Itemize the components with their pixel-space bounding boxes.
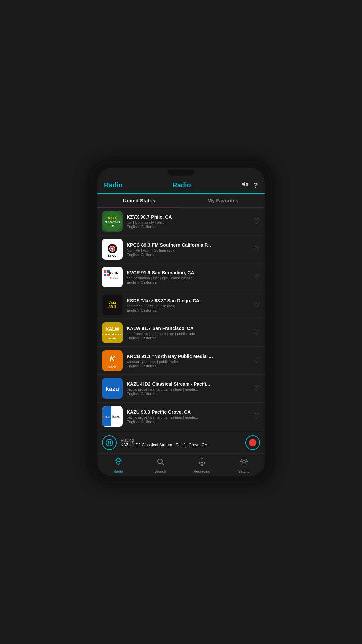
station-lang: English, California (127, 336, 251, 340)
station-list: KZYX 88.1·90.7·91.5 FM KZYX 90.7 Philo, … (97, 208, 265, 432)
list-item[interactable]: K KRCB KRCB 91.1 "North Bay Public Media… (97, 347, 265, 375)
svg-point-33 (106, 439, 113, 446)
station-name: KSDS "Jazz 88.3" San Diego, CA (127, 298, 251, 303)
station-lang: English, California (127, 420, 251, 424)
station-logo: K KRCB (102, 350, 123, 371)
tab-my-favorites[interactable]: My Favorites (181, 194, 265, 207)
list-item[interactable]: KVCR NPR 91.9 KVCR 91.9 San Bernadino, C… (97, 263, 265, 291)
favorite-button[interactable]: ♡ (253, 301, 260, 309)
page-title: Radio (172, 181, 191, 189)
svg-rect-34 (108, 441, 109, 444)
svg-text:KZYX: KZYX (108, 216, 117, 220)
station-logo: Jazz 88.3 (102, 294, 123, 315)
svg-text:KVCR: KVCR (109, 271, 119, 275)
favorite-button[interactable]: ♡ (253, 328, 260, 337)
list-item[interactable]: KZYX 88.1·90.7·91.5 FM KZYX 90.7 Philo, … (97, 208, 265, 235)
station-lang: English, California (127, 280, 251, 284)
svg-rect-35 (110, 441, 111, 444)
nav-setting[interactable]: Setting (223, 454, 265, 476)
favorite-button[interactable]: ♡ (253, 412, 260, 421)
favorite-button[interactable]: ♡ (253, 356, 260, 365)
help-icon[interactable]: ? (254, 181, 258, 190)
svg-text:88.3: 88.3 (108, 305, 116, 309)
nav-search[interactable]: Search (139, 454, 181, 476)
nav-radio[interactable]: Radio (97, 454, 139, 476)
tab-united-states[interactable]: United States (97, 194, 181, 207)
svg-text:K: K (110, 355, 116, 363)
svg-line-39 (162, 463, 164, 465)
status-bar (97, 168, 265, 178)
search-icon (156, 457, 165, 468)
svg-text:KRCB: KRCB (108, 366, 116, 369)
favorite-button[interactable]: ♡ (253, 384, 260, 393)
app-logo: Radio (104, 181, 123, 189)
station-lang: English, California (127, 364, 251, 368)
station-logo: kazu (102, 378, 123, 399)
svg-rect-13 (104, 274, 106, 276)
svg-text:kazu: kazu (106, 386, 119, 392)
record-dot (249, 439, 256, 446)
station-info: KVCR 91.9 San Bernadino, CA san bernadin… (127, 270, 251, 284)
favorite-button[interactable]: ♡ (253, 273, 260, 281)
settings-icon (240, 457, 248, 468)
station-lang: English, California (127, 253, 251, 257)
station-logo: KPCC (102, 239, 123, 260)
station-logo: KALW LOCAL PUBLIC RADIO 91.7FM (102, 322, 123, 343)
svg-point-8 (111, 248, 113, 250)
station-tags: Npr | Pri | Apm | College radio (127, 248, 251, 252)
favorite-button[interactable]: ♡ (253, 245, 260, 254)
svg-text:88.1·90.7·91.5: 88.1·90.7·91.5 (105, 221, 120, 223)
svg-text:90.3: 90.3 (104, 415, 110, 419)
station-name: KRCB 91.1 "North Bay Public Media"... (127, 354, 251, 359)
svg-text:KALW: KALW (105, 326, 119, 332)
station-info: KRCB 91.1 "North Bay Public Media"... wi… (127, 354, 251, 368)
nav-radio-label: Radio (113, 469, 123, 473)
station-logo: KVCR NPR 91.9 (102, 267, 123, 287)
app-header: Radio Radio ? (97, 178, 265, 190)
station-logo: 90.3 kazu (102, 406, 123, 427)
svg-text:KPCC: KPCC (108, 254, 117, 257)
svg-point-43 (243, 460, 245, 463)
svg-text:LOCAL PUBLIC RADIO: LOCAL PUBLIC RADIO (102, 333, 122, 336)
nav-setting-label: Setting (238, 469, 249, 473)
station-info: KALW 91.7 San Francisco, CA san francisc… (127, 326, 251, 340)
list-item[interactable]: Jazz 88.3 KSDS "Jazz 88.3" San Diego, CA… (97, 291, 265, 319)
station-name: KZYX 90.7 Philo, CA (127, 214, 251, 220)
station-info: KZYX 90.7 Philo, CA npr | Community | ph… (127, 214, 251, 229)
nav-recording-label: Recording (193, 469, 210, 473)
station-name: KVCR 91.9 San Bernadino, CA (127, 270, 251, 275)
svg-text:91.7FM: 91.7FM (108, 337, 116, 340)
list-item[interactable]: kazu KAZU-HD2 Classical Stream - Pacifi.… (97, 375, 265, 402)
station-lang: English, California (127, 225, 251, 229)
sound-icon[interactable] (241, 180, 249, 190)
phone-screen: Radio Radio ? United States My Favo (97, 168, 265, 476)
svg-text:NPR 91.9: NPR 91.9 (107, 276, 118, 279)
svg-text:kazu: kazu (112, 415, 120, 419)
station-tags: pacific grove | santa cruz | salinas | m… (127, 387, 251, 391)
header-actions: ? (241, 180, 258, 190)
now-playing-info: Playing KAZU-HD2 Classical Stream - Paci… (121, 438, 241, 447)
station-name: KAZU-HD2 Classical Stream - Pacifi... (127, 381, 251, 387)
list-item[interactable]: KALW LOCAL PUBLIC RADIO 91.7FM KALW 91.7… (97, 319, 265, 347)
station-info: KSDS "Jazz 88.3" San Diego, CA san diego… (127, 298, 251, 312)
station-lang: English, California (127, 392, 251, 396)
bottom-navigation: Radio Search (97, 453, 265, 476)
station-name: KPCC 89.3 FM Southern California P... (127, 242, 251, 248)
pause-icon[interactable] (102, 435, 117, 450)
list-item[interactable]: 90.3 kazu KAZU 90.3 Pacific Grove, CA pa… (97, 402, 265, 430)
notch (168, 170, 194, 176)
station-lang: English, California (127, 308, 251, 312)
list-item[interactable]: KPCC KPCC 89.3 FM Southern California P.… (97, 235, 265, 263)
record-button[interactable] (245, 435, 260, 450)
tabs-bar: United States My Favorites (97, 194, 265, 208)
station-name: KALW 91.7 San Francisco, CA (127, 326, 251, 331)
now-playing-bar[interactable]: Playing KAZU-HD2 Classical Stream - Paci… (97, 432, 265, 453)
svg-rect-20 (102, 323, 122, 343)
station-info: KAZU 90.3 Pacific Grove, CA pacific grov… (127, 409, 251, 424)
nav-search-label: Search (154, 469, 166, 473)
station-tags: windsor | prx | npr | public radio (127, 360, 251, 364)
station-tags: npr | Community | philo (127, 220, 251, 224)
svg-text:Jazz: Jazz (108, 300, 116, 304)
nav-recording[interactable]: Recording (181, 454, 223, 476)
favorite-button[interactable]: ♡ (253, 217, 260, 226)
